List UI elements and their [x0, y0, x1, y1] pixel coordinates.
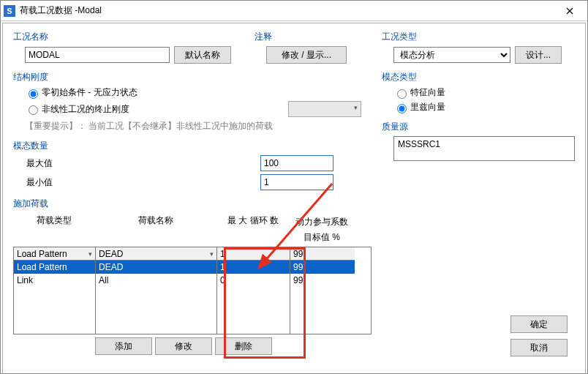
- add-button[interactable]: 添加: [95, 337, 152, 355]
- table-row[interactable]: Load Pattern: [14, 261, 95, 274]
- mode-num-legend: 模态数量: [13, 140, 372, 152]
- mass-source-value: MSSSRC1: [398, 139, 440, 149]
- stiffness-nl-label: 非线性工况的终止刚度: [42, 103, 129, 116]
- table-cell[interactable]: All: [96, 274, 216, 287]
- mass-source-legend: 质量源: [382, 121, 575, 133]
- eigen-input[interactable]: [397, 89, 407, 99]
- notes-button[interactable]: 修改 / 显示...: [266, 46, 347, 64]
- table-cell[interactable]: 99: [290, 274, 355, 287]
- loads-table[interactable]: Load Pattern▾ Load Pattern Link DEAD▾ DE…: [13, 247, 372, 334]
- titlebar: S 荷载工况数据 -Modal: [1, 1, 587, 21]
- case-type-select[interactable]: 模态分析: [393, 47, 510, 63]
- table-cell[interactable]: DEAD: [96, 261, 216, 274]
- stiffness-zero-input[interactable]: [29, 89, 38, 99]
- chevron-down-icon: ▾: [88, 250, 92, 258]
- stiffness-zero-label: 零初始条件 - 无应力状态: [42, 86, 137, 99]
- notes-legend: 注释: [255, 31, 372, 43]
- delete-button[interactable]: 删除: [215, 337, 272, 355]
- max-modes-label: 最大值: [26, 157, 260, 170]
- ritz-input[interactable]: [397, 104, 407, 113]
- table-cell[interactable]: 1: [217, 261, 290, 274]
- app-icon: S: [4, 5, 15, 17]
- target-input-cell[interactable]: 99: [290, 247, 355, 261]
- case-name-legend: 工况名称: [13, 31, 255, 43]
- ritz-label: 里兹向量: [410, 101, 445, 113]
- stiffness-legend: 结构刚度: [13, 71, 372, 83]
- eigen-label: 特征向量: [410, 86, 445, 99]
- table-cell[interactable]: 0: [217, 274, 290, 287]
- close-button[interactable]: [555, 1, 584, 21]
- col-cycles-header: 最 大 循环 数: [216, 213, 290, 247]
- nl-case-select-disabled: ▾: [288, 101, 361, 117]
- eigen-radio[interactable]: 特征向量: [393, 86, 575, 99]
- load-type-dropdown[interactable]: Load Pattern▾: [14, 247, 95, 261]
- max-modes-input[interactable]: [260, 155, 333, 171]
- col-target-header: 动力参与系数 目标值 %: [290, 213, 354, 247]
- table-row[interactable]: Link: [14, 274, 95, 287]
- cycles-input-cell[interactable]: 1: [217, 247, 290, 261]
- design-button[interactable]: 设计...: [515, 46, 562, 64]
- case-name-input[interactable]: [25, 47, 170, 63]
- modal-type-legend: 模态类型: [382, 71, 575, 83]
- close-icon: [566, 7, 573, 15]
- default-name-button[interactable]: 默认名称: [174, 46, 231, 64]
- ritz-radio[interactable]: 里兹向量: [393, 101, 575, 113]
- load-name-dropdown[interactable]: DEAD▾: [96, 247, 216, 261]
- stiffness-nl-radio[interactable]: 非线性工况的终止刚度: [25, 103, 129, 116]
- table-cell[interactable]: 99: [290, 261, 355, 274]
- stiffness-zero-radio[interactable]: 零初始条件 - 无应力状态: [25, 86, 372, 99]
- min-modes-label: 最小值: [26, 176, 260, 189]
- mass-source-box: MSSSRC1: [393, 136, 575, 161]
- ok-button[interactable]: 确定: [510, 315, 568, 333]
- chevron-down-icon: ▾: [210, 250, 214, 258]
- min-modes-input[interactable]: [260, 174, 333, 190]
- window-title: 荷载工况数据 -Modal: [20, 4, 555, 17]
- col-name-header: 荷载名称: [95, 213, 216, 247]
- modify-button[interactable]: 修改: [155, 337, 212, 355]
- col-type-header: 荷载类型: [13, 213, 95, 247]
- cancel-button[interactable]: 取消: [510, 339, 568, 356]
- loads-legend: 施加荷载: [13, 198, 372, 210]
- stiffness-hint: 【重要提示】： 当前工况【不会继承】非线性工况中施加的荷载: [25, 120, 372, 132]
- case-type-legend: 工况类型: [382, 31, 575, 43]
- stiffness-nl-input[interactable]: [29, 105, 38, 115]
- modal-dialog: S 荷载工况数据 -Modal 工况名称 默认名称: [0, 0, 588, 374]
